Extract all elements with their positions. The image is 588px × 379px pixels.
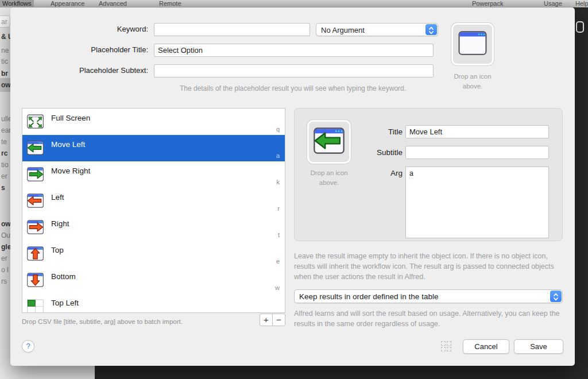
cancel-button[interactable]: Cancel xyxy=(463,339,509,354)
list-item-title: Left xyxy=(51,193,64,202)
sidebar-item-fragment[interactable]: ow xyxy=(1,220,11,228)
list-filter-config-dialog: Keyword: No Argument Placeholder Title: … xyxy=(10,7,575,366)
popup-stepper-icon xyxy=(425,24,437,35)
toolbar-tab-help[interactable]: Help xyxy=(573,0,588,7)
workflow-node-fragment xyxy=(576,21,584,33)
list-item-top-left[interactable]: Top Leftp xyxy=(22,293,285,313)
list-item-title: Move Right xyxy=(51,167,90,175)
alfred-workflows-window: ar& UneticbrowulleearterctioersowOugleer… xyxy=(0,0,588,379)
placeholder-subtext-input[interactable] xyxy=(154,64,434,78)
argument-select-value: No Argument xyxy=(321,26,365,34)
placeholder-title-label: Placeholder Title: xyxy=(10,45,148,54)
drop-icon-hint: Drop an icon above. xyxy=(445,72,500,92)
toolbar-tab-powerpack[interactable]: Powerpack xyxy=(470,0,505,7)
list-item-arg: e xyxy=(276,258,280,265)
list-item-arg: k xyxy=(277,179,280,185)
sidebar-item-fragment[interactable]: o l xyxy=(1,266,9,274)
list-item-arg: p xyxy=(276,311,280,313)
argument-select[interactable]: No Argument xyxy=(316,23,438,36)
list-item-top[interactable]: Tope xyxy=(22,241,285,267)
sidebar-item-fragment[interactable]: rs xyxy=(1,277,7,285)
list-item-title: Top xyxy=(51,246,64,254)
sidebar-item-fragment[interactable]: ne xyxy=(1,47,9,55)
toolbar-tab-remote[interactable]: Remote xyxy=(157,0,184,7)
grid-top-left-icon xyxy=(27,299,44,313)
window-arrow-left-green-icon xyxy=(27,141,44,157)
list-item-arg: q xyxy=(276,126,280,133)
help-button[interactable]: ? xyxy=(22,340,34,353)
sidebar-search-field-fragment[interactable]: ar xyxy=(0,16,10,28)
csv-import-hint: Drop CSV file [title, subtitle, arg] abo… xyxy=(22,318,183,325)
layout-grid-icon[interactable] xyxy=(440,341,452,353)
list-item-title: Move Left xyxy=(51,140,85,149)
window-arrow-right-green-icon xyxy=(27,167,44,184)
toolbar-tab-appearance[interactable]: Appearance xyxy=(48,0,87,7)
sidebar-item-fragment[interactable]: ear xyxy=(1,126,11,134)
toolbar-tab-usage[interactable]: Usage xyxy=(541,0,564,7)
save-button[interactable]: Save xyxy=(514,339,563,354)
remove-row-button[interactable]: − xyxy=(272,314,285,326)
sidebar-item-fragment[interactable]: te xyxy=(1,138,7,146)
sidebar-item-fragment[interactable]: tic xyxy=(1,57,8,65)
keyword-input[interactable] xyxy=(154,23,310,36)
list-item-title: Top Left xyxy=(51,299,79,307)
window-arrow-up-red-icon xyxy=(27,246,44,263)
list-item-bottom[interactable]: Bottomw xyxy=(22,267,285,293)
sidebar-item-fragment[interactable]: er xyxy=(1,172,7,180)
toolbar-tab-workflows[interactable]: Workflows xyxy=(0,0,34,7)
title-input[interactable] xyxy=(405,125,549,138)
list-item-title: Bottom xyxy=(51,272,76,281)
list-item-arg: t xyxy=(278,231,280,238)
sort-order-select-value: Keep results in order defined in the tab… xyxy=(299,292,438,301)
sort-order-select[interactable]: Keep results in order defined in the tab… xyxy=(294,289,563,303)
sidebar-item-fragment[interactable]: Ou xyxy=(1,231,10,239)
placeholder-title-input[interactable] xyxy=(154,44,434,57)
result-icon-dropzone[interactable] xyxy=(307,120,351,164)
popup-stepper-icon xyxy=(550,291,562,302)
placeholder-help-text: The details of the placeholder result yo… xyxy=(152,84,434,94)
subtitle-label: Subtitle xyxy=(345,148,403,157)
window-arrow-left-red-icon xyxy=(27,194,44,210)
list-item-full-screen[interactable]: Full Screenq xyxy=(22,109,285,135)
workflow-icon-dropzone[interactable] xyxy=(451,23,494,65)
list-item-right[interactable]: Rightt xyxy=(22,214,285,241)
list-item-left[interactable]: Leftr xyxy=(22,188,285,214)
sidebar-item-fragment[interactable]: ow xyxy=(1,81,11,89)
title-label: Title xyxy=(345,127,403,136)
list-item-arg: w xyxy=(275,284,280,291)
sidebar-item-fragment[interactable]: s xyxy=(1,184,5,192)
sidebar-item-fragment[interactable]: rc xyxy=(1,149,7,157)
preferences-toolbar: WorkflowsAppearanceAdvancedRemotePowerpa… xyxy=(0,0,588,7)
list-item-move-left[interactable]: Move Lefta xyxy=(22,135,285,161)
arg-label: Arg xyxy=(345,169,403,177)
subtitle-input[interactable] xyxy=(405,146,549,159)
placeholder-subtext-label: Placeholder Subtext: xyxy=(10,66,148,75)
sidebar-item-fragment[interactable]: br xyxy=(1,69,8,78)
add-row-button[interactable]: + xyxy=(260,314,273,326)
list-item-move-right[interactable]: Move Rightk xyxy=(22,161,285,188)
window-arrow-right-red-icon xyxy=(27,220,44,237)
toolbar-tab-advanced[interactable]: Advanced xyxy=(96,0,129,7)
result-image-help-text: Leave the result image empty to inherit … xyxy=(294,251,568,282)
sort-order-help-text: Alfred learns and will sort the result b… xyxy=(294,308,568,329)
list-item-title: Full Screen xyxy=(51,114,90,122)
window-icon xyxy=(458,31,487,57)
window-arrow-down-red-icon xyxy=(27,273,44,289)
result-detail-panel: Drop an icon above. Title Subtitle Arg a xyxy=(294,108,563,241)
sidebar-item-fragment[interactable]: gle xyxy=(1,243,11,251)
arg-textarea[interactable]: a xyxy=(405,167,549,238)
fullscreen-icon xyxy=(27,114,44,131)
sidebar-item-fragment[interactable]: er xyxy=(1,254,7,262)
results-table[interactable]: Full ScreenqMove LeftaMove RightkLeftrRi… xyxy=(22,108,285,313)
list-item-arg: r xyxy=(277,205,280,212)
list-item-arg: a xyxy=(276,152,280,159)
move-left-icon xyxy=(314,127,345,156)
list-item-title: Right xyxy=(51,219,69,228)
sidebar-item-fragment[interactable]: tio xyxy=(1,161,9,169)
keyword-label: Keyword: xyxy=(10,25,148,33)
